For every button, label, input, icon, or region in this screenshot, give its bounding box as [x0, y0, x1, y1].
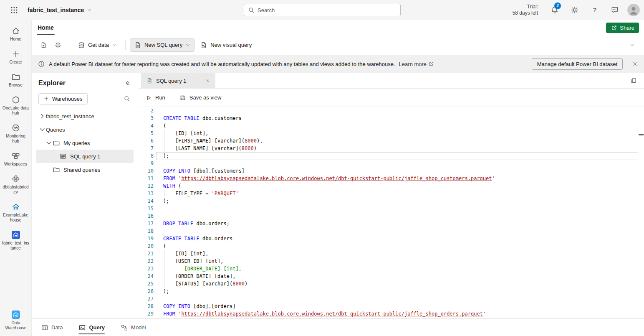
settings-button[interactable] [565, 0, 585, 20]
database-icon [78, 41, 85, 49]
tree-item-shared-queries[interactable]: Shared queries [36, 163, 134, 176]
rail-item-fabric-test-instance[interactable]: fabric_test_instance [1, 227, 31, 254]
collapse-explorer-button[interactable] [122, 78, 133, 89]
code-line-23[interactable]: 23 -- [ORDER_DATE] [int], [139, 265, 638, 272]
tree-item-fabric-test-instance[interactable]: fabric_test_instance [36, 109, 134, 123]
code-line-7[interactable]: 7 [LAST_NAME] [varchar](8000) [139, 145, 638, 152]
save-as-view-label: Save as view [189, 94, 222, 101]
code-line-15[interactable]: 15 [139, 205, 638, 212]
add-warehouses-button[interactable]: Warehouses [38, 93, 88, 104]
code-line-12[interactable]: 12WITH ( [139, 182, 638, 190]
sql-doc-icon [59, 153, 67, 160]
collapse-ribbon-button[interactable] [626, 39, 638, 51]
manage-dataset-button[interactable]: Manage default Power BI dataset [532, 58, 623, 70]
help-button[interactable]: ? [585, 0, 605, 20]
app-launcher-button[interactable] [8, 4, 20, 16]
left-rail-bottom: Data Warehouse [0, 307, 32, 333]
tree-item-queries[interactable]: Queries [36, 123, 134, 136]
gear-icon [54, 41, 62, 49]
share-label: Share [620, 25, 634, 31]
save-as-view-button[interactable]: Save as view [179, 94, 222, 101]
line-number: 23 [139, 265, 154, 272]
view-switch-query[interactable]: Query [78, 319, 105, 336]
code-line-18[interactable]: 18 [139, 227, 638, 235]
tree-item-sql-query-1[interactable]: SQL query 1 [36, 150, 134, 163]
rail-item-browse[interactable]: Browse [1, 69, 31, 91]
rail-item-label: Create [9, 60, 22, 65]
code-line-3[interactable]: 3CREATE TABLE dbo.customers [139, 115, 638, 122]
code-line-2[interactable]: 2 [139, 107, 638, 115]
view-switch-data[interactable]: Data [41, 319, 63, 336]
code-line-21[interactable]: 21 [ID] [int], [139, 250, 638, 257]
code-line-25[interactable]: 25 [STATUS] [varchar](8000) [139, 280, 638, 288]
new-item-button[interactable] [37, 38, 50, 52]
get-data-button[interactable]: Get data [73, 38, 121, 52]
banner-close-button[interactable] [629, 58, 641, 70]
warehouse-settings-button[interactable] [51, 38, 65, 52]
line-number: 28 [139, 303, 154, 310]
account-avatar[interactable] [627, 4, 640, 16]
view-switch-model[interactable]: Model [121, 319, 146, 336]
code-text: ); [163, 288, 169, 295]
code-line-8[interactable]: 8); [139, 152, 638, 160]
code-line-20[interactable]: 20( [139, 242, 638, 250]
code-text: CREATE TABLE dbo.orders [163, 235, 232, 242]
sql-editor[interactable]: 23CREATE TABLE dbo.customers4(5 [ID] [in… [139, 107, 644, 318]
tab-sql-query-1[interactable]: SQL query 1 [141, 73, 215, 89]
code-line-28[interactable]: 28COPY INTO [dbo].[orders] [139, 303, 638, 310]
tab-close-button[interactable] [204, 76, 212, 85]
code-line-22[interactable]: 22 [USER_ID] [int], [139, 257, 638, 265]
code-line-11[interactable]: 11FROM 'https://dbtlabsynapsedatalake.bl… [139, 175, 638, 182]
line-number: 11 [139, 175, 154, 182]
rail-item-home[interactable]: Home [1, 23, 31, 45]
rail-item-data-warehouse[interactable]: Data Warehouse [1, 307, 31, 333]
rail-item-label: ExampleLakehouse [2, 213, 30, 223]
chevron-down-icon[interactable] [38, 127, 46, 132]
rail-item-dbtlabsfabricdev[interactable]: dbtlabsfabricdev [1, 171, 31, 198]
rail-item-onelake-data-hub[interactable]: OneLake data hub [1, 92, 31, 119]
code-line-9[interactable]: 9 [139, 160, 638, 167]
rail-item-examplelakehouse[interactable]: ExampleLakehouse [1, 199, 31, 226]
line-number: 7 [139, 145, 154, 152]
notifications-button[interactable]: 2 [545, 0, 565, 20]
workspace-switcher[interactable]: fabric_test_instance [24, 0, 95, 20]
chevron-down-icon[interactable] [45, 140, 53, 146]
explorer-search-button[interactable] [121, 93, 133, 104]
search-icon [124, 95, 130, 102]
code-line-14[interactable]: 14); [139, 197, 638, 205]
chevron-right-icon[interactable] [38, 113, 46, 119]
new-sql-query-button[interactable]: New SQL query [130, 38, 194, 52]
divider [69, 41, 69, 50]
code-line-24[interactable]: 24 [ORDER_DATE] [date], [139, 272, 638, 280]
code-line-6[interactable]: 6 [FIRST_NAME] [varchar](8000), [139, 137, 638, 145]
code-line-29[interactable]: 29FROM 'https://dbtlabsynapsedatalake.bl… [139, 310, 638, 318]
copy-button[interactable] [629, 76, 638, 85]
tab-home[interactable]: Home [35, 20, 56, 35]
code-line-5[interactable]: 5 [ID] [int], [139, 130, 638, 137]
code-text: [ID] [int], [163, 250, 208, 257]
code-line-13[interactable]: 13 FILE_TYPE = 'PARQUET' [139, 190, 638, 197]
query-view-icon [78, 324, 86, 331]
code-line-16[interactable]: 16 [139, 212, 638, 220]
code-text: FILE_TYPE = 'PARQUET' [163, 190, 239, 197]
tree-item-my-queries[interactable]: My queries [36, 136, 134, 150]
new-visual-query-button[interactable]: New visual query [196, 38, 256, 52]
rail-item-label: dbtlabsfabricdev [2, 185, 30, 195]
code-line-10[interactable]: 10COPY INTO [dbo].[customers] [139, 167, 638, 175]
rail-item-monitoring-hub[interactable]: Monitoring hub [1, 120, 31, 147]
code-line-26[interactable]: 26); [139, 288, 638, 295]
feedback-button[interactable] [605, 0, 625, 20]
rail-item-create[interactable]: Create [1, 46, 31, 68]
code-line-19[interactable]: 19CREATE TABLE dbo.orders [139, 235, 638, 242]
run-button[interactable]: Run [145, 94, 165, 101]
line-number: 5 [139, 130, 154, 137]
code-text: ( [163, 242, 166, 250]
code-line-4[interactable]: 4( [139, 122, 638, 130]
rail-item-workspaces[interactable]: Workspaces [1, 148, 31, 170]
code-line-27[interactable]: 27 [139, 295, 638, 303]
search-input[interactable] [258, 7, 397, 13]
search-box[interactable] [244, 4, 401, 16]
share-button[interactable]: Share [606, 23, 639, 33]
code-line-17[interactable]: 17DROP TABLE dbo.orders; [139, 220, 638, 227]
learn-more-link[interactable]: Learn more [399, 61, 434, 67]
